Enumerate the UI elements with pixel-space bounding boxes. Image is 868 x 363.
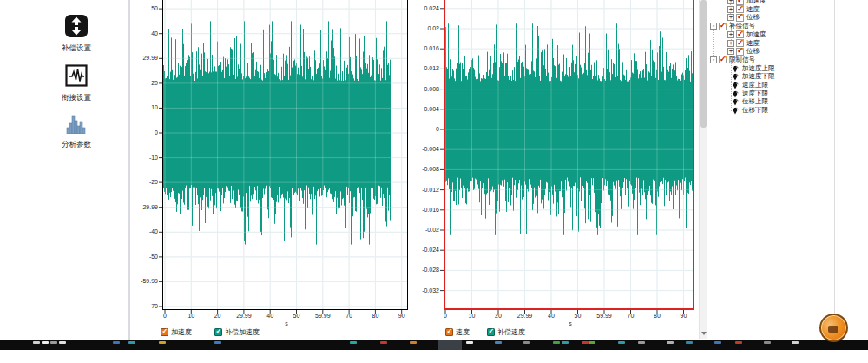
x-tick-label: 50 (284, 313, 310, 320)
taskbar-app-icon[interactable] (764, 341, 771, 344)
taskbar-app-icon[interactable] (159, 341, 166, 344)
taskbar-app-icon[interactable] (523, 341, 530, 344)
tree-item-label: 位移下限 (742, 106, 768, 115)
legend-checkbox[interactable]: ✓ (161, 328, 168, 336)
taskbar-app-icon[interactable] (714, 341, 721, 344)
tree-expander-icon[interactable]: + (727, 48, 734, 55)
y-tick-label: -0.004 (404, 146, 439, 153)
x-tick-label: 90 (389, 313, 415, 320)
y-tick-label: 0.012 (404, 65, 439, 72)
taskbar-app-icon[interactable] (589, 341, 595, 344)
legend-checkbox[interactable]: ✓ (445, 328, 453, 336)
red-check-icon: ✓ (737, 4, 744, 13)
legend-checkbox[interactable]: ✓ (487, 328, 495, 336)
taskbar-app-icon[interactable] (33, 341, 40, 344)
tree-item[interactable]: +✓位移 (727, 47, 760, 56)
y-tick-label: -10 (123, 155, 158, 162)
tree-item[interactable]: 位移下限 (732, 106, 768, 115)
tool-label: 分析参数 (62, 140, 91, 150)
taskbar-app-icon[interactable] (686, 341, 693, 344)
taskbar-app-icon[interactable] (128, 341, 135, 344)
tree-item-label: 位移 (746, 13, 760, 22)
taskbar-app-icon[interactable] (113, 341, 120, 344)
y-tick-label: 50 (123, 5, 158, 12)
taskbar-app-icon[interactable] (562, 341, 569, 344)
check-icon: ✓ (489, 327, 495, 335)
tree-checkbox[interactable]: ✓ (719, 56, 727, 63)
taskbar-app-icon[interactable] (735, 341, 742, 344)
chart-area: 504029.9920100-10-20-29.99-40-50-59.99-7… (130, 0, 699, 340)
check-icon: ✓ (162, 327, 168, 335)
tree-checkbox[interactable]: ✓ (736, 48, 744, 56)
x-tick-label: 40 (538, 313, 564, 320)
vertical-scrollbar[interactable] (699, 0, 707, 339)
x-tick-label: 29.99 (231, 313, 257, 320)
x-tick-label: 10 (178, 313, 204, 320)
tree-item-label: 速度 (746, 39, 760, 48)
tree-expander-icon[interactable]: - (710, 56, 717, 63)
taskbar-app-icon[interactable] (638, 341, 645, 344)
tool-compensation-settings[interactable]: 补偿设置 (40, 15, 113, 54)
tree-checkbox[interactable]: ✓ (719, 23, 727, 30)
y-tick-label: 0.004 (404, 106, 439, 113)
y-tick-label: -59.99 (123, 278, 158, 285)
x-tick-label: 90 (671, 313, 697, 320)
chart-velocity-plot[interactable] (440, 0, 698, 314)
tree-expander-icon[interactable]: + (727, 31, 734, 38)
taskbar-app-icon[interactable] (553, 341, 560, 344)
taskbar-app-icon[interactable] (350, 341, 357, 344)
app-window: 补偿设置衔接设置分析参数 504029.9920100-10-20-29.99-… (0, 0, 868, 363)
y-tick-label: 40 (123, 30, 158, 37)
legend-item: ✓补偿加速度 (214, 327, 260, 336)
scrollbar-thumb[interactable] (700, 0, 707, 128)
floating-overlay-button[interactable] (819, 314, 848, 342)
tool-analysis-params[interactable]: 分析参数 (40, 113, 113, 150)
chevron-down-icon (701, 332, 707, 335)
taskbar-app-icon[interactable] (438, 340, 462, 350)
legend-item: ✓速度 (445, 327, 470, 336)
taskbar-app-icon[interactable] (380, 341, 387, 344)
tree-item[interactable]: +✓加速度 (727, 30, 766, 39)
x-axis-label: s (562, 320, 579, 327)
tree-item[interactable]: +✓位移 (727, 13, 760, 22)
legend-checkbox[interactable]: ✓ (214, 328, 222, 336)
tree-expander-icon[interactable]: + (727, 6, 734, 13)
y-tick-label: -70 (123, 303, 158, 310)
tree-item[interactable]: -✓补偿信号 (710, 22, 755, 30)
taskbar-app-icon[interactable] (667, 341, 674, 344)
tool-link-settings[interactable]: 衔接设置 (40, 64, 113, 103)
signal-generator-icon (732, 102, 742, 118)
check-icon: ✓ (447, 327, 453, 335)
taskbar-app-icon[interactable] (792, 341, 799, 344)
x-tick-label: 59.99 (591, 313, 617, 320)
legend-item: ✓加速度 (161, 327, 192, 336)
taskbar-app-icon[interactable] (42, 341, 49, 344)
tree-expander-icon[interactable]: + (727, 40, 734, 47)
tree-expander-icon[interactable]: - (710, 23, 717, 30)
x-tick-label: 10 (459, 313, 485, 320)
y-tick-label: -20 (123, 179, 158, 186)
taskbar-app-icon[interactable] (618, 341, 625, 344)
taskbar-app-icon[interactable] (410, 341, 417, 344)
taskbar-app-icon[interactable] (582, 341, 589, 344)
tree-expander-icon[interactable]: + (727, 14, 734, 21)
taskbar-app-icon[interactable] (59, 341, 66, 344)
taskbar-app-icon[interactable] (214, 341, 221, 344)
red-check-icon: ✓ (720, 21, 727, 30)
tree-checkbox[interactable]: ✓ (736, 14, 744, 22)
taskbar-app-icon[interactable] (495, 341, 502, 344)
x-tick-label: 20 (485, 313, 511, 320)
tree-item-label: 速度 (746, 5, 760, 14)
tool-label: 补偿设置 (62, 43, 91, 54)
taskbar-app-icon[interactable] (466, 341, 473, 344)
red-check-icon: ✓ (737, 46, 744, 55)
waveform-box-icon (65, 64, 88, 90)
x-tick-label: 20 (205, 313, 231, 320)
taskbar-app-icon[interactable] (50, 341, 57, 344)
tree-item-label: 位移 (746, 47, 760, 56)
tree-expander-icon[interactable]: + (727, 0, 734, 4)
x-axis-label: s (278, 320, 295, 327)
red-check-icon: ✓ (720, 55, 727, 63)
chart-acceleration-plot[interactable] (159, 0, 411, 314)
x-tick-label: 59.99 (310, 313, 336, 320)
